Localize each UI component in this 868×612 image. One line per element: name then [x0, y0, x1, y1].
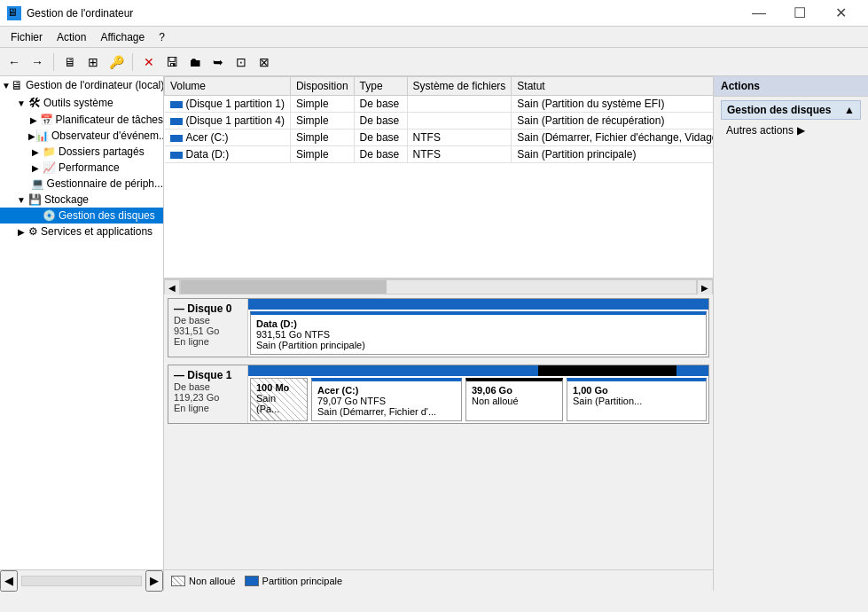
- disk-1-bar-4: [676, 365, 708, 376]
- content-main: Volume Disposition Type Système de fichi…: [164, 76, 713, 591]
- vol-icon: [170, 101, 183, 108]
- table-row[interactable]: Data (D:) Simple De base NTFS Sain (Part…: [165, 146, 714, 163]
- disk-0-label: — Disque 0 De base 931,51 Go En ligne: [168, 299, 248, 357]
- toolbar-btn-5[interactable]: 🔑: [106, 51, 127, 73]
- disk-1-bar: [248, 365, 708, 376]
- sidebar-item-disk-label: Gestion des disques: [59, 209, 155, 222]
- disk-1-part-recovery[interactable]: 1,00 Go Sain (Partition...: [567, 378, 707, 421]
- right-panel-primary[interactable]: Gestion des disques ▲: [721, 100, 861, 120]
- menu-affichage[interactable]: Affichage: [93, 29, 152, 45]
- toolbar-btn-7[interactable]: ✕: [138, 51, 160, 73]
- close-button[interactable]: ✕: [820, 0, 861, 27]
- forward-button[interactable]: →: [27, 51, 48, 73]
- toolbar-btn-12[interactable]: ⊠: [254, 51, 275, 73]
- sidebar-item-services[interactable]: ▶ ⚙ Services et applications: [0, 224, 163, 239]
- disk-1-part-unalloc-label: Non alloué: [472, 396, 557, 406]
- sidebar-item-system-tools[interactable]: ▼ 🛠 Outils système: [0, 94, 163, 112]
- col-type[interactable]: Type: [354, 77, 407, 96]
- right-panel-title: Actions: [714, 76, 868, 97]
- h-scrollbar: ◀ ▶: [164, 279, 713, 294]
- disk-1-part-unalloc[interactable]: 39,06 Go Non alloué: [465, 378, 563, 421]
- disk-0-bar-seg: [248, 299, 708, 310]
- col-status[interactable]: Statut: [512, 77, 713, 96]
- disk-1-part-acer-status: Sain (Démarrer, Fichier d'...: [317, 406, 456, 417]
- toolbar-btn-11[interactable]: ⊡: [231, 51, 252, 73]
- perf-expand: ▶: [28, 163, 43, 173]
- menu-bar: Fichier Action Affichage ?: [0, 27, 868, 48]
- sidebar-item-disk-management[interactable]: 💿 Gestion des disques: [0, 208, 163, 224]
- event-icon: 📊: [35, 129, 49, 142]
- menu-action[interactable]: Action: [50, 29, 93, 45]
- disk-1-name: — Disque 1: [174, 369, 242, 381]
- sidebar-item-event-viewer[interactable]: ▶ 📊 Observateur d'événem...: [0, 128, 163, 144]
- col-volume[interactable]: Volume: [165, 77, 291, 96]
- disk-1-label: — Disque 1 De base 119,23 Go En ligne: [168, 365, 248, 423]
- h-scroll-right-btn[interactable]: ▶: [697, 279, 713, 295]
- disk-1-part-100mo[interactable]: 100 Mo Sain (Pa...: [250, 378, 308, 421]
- sidebar-item-system-tools-label: Outils système: [43, 97, 113, 109]
- table-row[interactable]: (Disque 1 partition 1) Simple De base Sa…: [165, 96, 714, 113]
- toolbar-btn-4[interactable]: ⊞: [82, 51, 104, 73]
- disk-0-block: — Disque 0 De base 931,51 Go En ligne Da…: [168, 298, 709, 357]
- disk-1-bar-1: [248, 365, 271, 376]
- right-panel-secondary[interactable]: Autres actions ▶: [721, 122, 861, 139]
- toolbar-btn-10[interactable]: ➥: [207, 51, 229, 73]
- disk-1-part-acer[interactable]: Acer (C:) 79,07 Go NTFS Sain (Démarrer, …: [311, 378, 462, 421]
- system-tools-icon: 🛠: [28, 96, 41, 110]
- legend-unalloc-label: Non alloué: [189, 576, 236, 586]
- sidebar-scroll-left[interactable]: ◀: [0, 570, 18, 592]
- disk-1-part-recovery-status: Sain (Partition...: [573, 396, 700, 406]
- sidebar-item-root-label: Gestion de l'ordinateur (local): [26, 79, 164, 91]
- menu-fichier[interactable]: Fichier: [4, 29, 50, 45]
- content-wrapper: Volume Disposition Type Système de fichi…: [164, 76, 868, 591]
- sidebar-scroll-right[interactable]: ▶: [145, 570, 163, 592]
- sidebar: ▼ 🖥 Gestion de l'ordinateur (local) ▼ 🛠 …: [0, 76, 164, 569]
- table-row[interactable]: Acer (C:) Simple De base NTFS Sain (Déma…: [165, 129, 714, 146]
- system-tools-expand: ▼: [14, 98, 28, 108]
- col-filesystem[interactable]: Système de fichiers: [407, 77, 512, 96]
- h-scroll-left-btn[interactable]: ◀: [164, 279, 180, 295]
- disk-1-size: 119,23 Go: [174, 392, 242, 403]
- disk-1-part-100mo-status: Sain (Pa...: [256, 393, 301, 414]
- disk-1-bar-3: [538, 365, 676, 376]
- shared-expand: ▶: [28, 147, 43, 157]
- sidebar-item-performance-label: Performance: [59, 161, 120, 174]
- sidebar-item-shared-label: Dossiers partagés: [59, 145, 145, 158]
- sidebar-item-storage[interactable]: ▼ 💾 Stockage: [0, 192, 163, 208]
- title-bar-left: 🖥 Gestion de l'ordinateur: [7, 6, 133, 20]
- sidebar-bottom: ◀ ▶: [0, 569, 163, 591]
- disk-1-bar-2: [271, 365, 538, 376]
- disk-0-parts-row: Data (D:) 931,51 Go NTFS Sain (Partition…: [248, 310, 708, 357]
- toolbar: ← → 🖥 ⊞ 🔑 ✕ 🖫 🖿 ➥ ⊡ ⊠: [0, 48, 868, 76]
- perf-icon: 📈: [43, 161, 56, 174]
- sidebar-item-device-manager[interactable]: 💻 Gestionnaire de périph...: [0, 176, 163, 192]
- sidebar-item-performance[interactable]: ▶ 📈 Performance: [0, 160, 163, 176]
- sidebar-item-storage-label: Stockage: [44, 193, 89, 206]
- maximize-button[interactable]: ☐: [779, 0, 820, 27]
- disk-0-part-data[interactable]: Data (D:) 931,51 Go NTFS Sain (Partition…: [250, 311, 707, 355]
- table-row[interactable]: (Disque 1 partition 4) Simple De base Sa…: [165, 113, 714, 129]
- sidebar-item-root[interactable]: ▼ 🖥 Gestion de l'ordinateur (local): [0, 76, 163, 94]
- disk-1-parts-row: 100 Mo Sain (Pa... Acer (C:) 79,07 Go NT…: [248, 376, 708, 423]
- sidebar-scrollbar[interactable]: [21, 576, 142, 586]
- col-disposition[interactable]: Disposition: [290, 77, 354, 96]
- back-button[interactable]: ←: [4, 51, 25, 73]
- sidebar-item-shared-folders[interactable]: ▶ 📁 Dossiers partagés: [0, 144, 163, 160]
- toolbar-btn-3[interactable]: 🖥: [59, 51, 81, 73]
- toolbar-btn-8[interactable]: 🖫: [161, 51, 183, 73]
- sidebar-item-services-label: Services et applications: [41, 225, 152, 238]
- task-icon: 📅: [40, 114, 53, 126]
- sidebar-item-task-scheduler[interactable]: ▶ 📅 Planificateur de tâches: [0, 112, 163, 128]
- main-container: ▼ 🖥 Gestion de l'ordinateur (local) ▼ 🛠 …: [0, 76, 868, 591]
- services-expand: ▶: [14, 227, 28, 237]
- disk-1-part-unalloc-size: 39,06 Go: [472, 385, 557, 396]
- minimize-button[interactable]: —: [739, 0, 779, 27]
- disk-0-bar: [248, 299, 708, 310]
- menu-help[interactable]: ?: [152, 29, 172, 45]
- disk-0-part-name: Data (D:): [256, 318, 700, 329]
- toolbar-btn-9[interactable]: 🖿: [184, 51, 206, 73]
- vol-icon: [170, 135, 183, 142]
- sidebar-item-event-label: Observateur d'événem...: [51, 129, 164, 142]
- h-scroll-track[interactable]: [180, 279, 697, 294]
- toolbar-separator-1: [53, 53, 54, 71]
